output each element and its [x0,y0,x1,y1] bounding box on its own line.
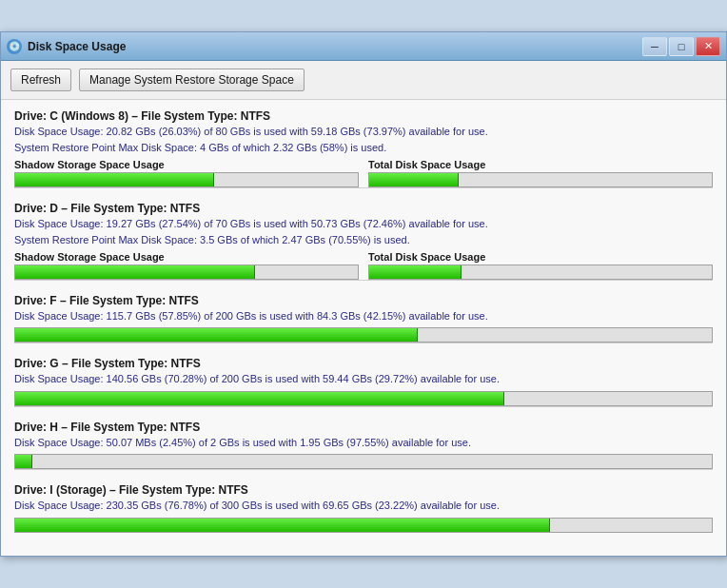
shadow-bar-label-drive-d: Shadow Storage Space Usage [14,251,359,263]
bars-row-drive-c: Shadow Storage Space UsageTotal Disk Spa… [14,159,713,187]
main-window: 💿 Disk Space Usage ─ □ ✕ Refresh Manage … [0,31,727,556]
drive-section-drive-g: Drive: G – File System Type: NTFSDisk Sp… [14,357,713,406]
drive-section-drive-h: Drive: H – File System Type: NTFSDisk Sp… [14,421,713,470]
drive-info1-drive-f: Disk Space Usage: 115.7 GBs (57.85%) of … [14,309,713,323]
title-bar-left: 💿 Disk Space Usage [7,39,126,54]
total-bar-label-drive-d: Total Disk Space Usage [368,251,713,263]
shadow-progress-bg-drive-c [14,172,359,187]
total-bar-label-drive-c: Total Disk Space Usage [368,159,713,170]
total-progress-fill-drive-d [369,265,462,279]
shadow-bar-group-drive-d: Shadow Storage Space Usage [14,251,359,280]
title-bar: 💿 Disk Space Usage ─ □ ✕ [1,32,726,61]
total-bar-group-drive-d: Total Disk Space Usage [368,251,713,280]
shadow-progress-fill-drive-d [15,265,255,279]
shadow-bar-label-drive-c: Shadow Storage Space Usage [14,159,359,170]
shadow-progress-fill-drive-c [15,173,214,186]
single-progress-bg-drive-f [14,327,713,343]
manage-storage-button[interactable]: Manage System Restore Storage Space [79,69,305,91]
total-progress-fill-drive-c [369,173,459,186]
total-progress-bg-drive-d [368,265,713,280]
separator-drive-d [14,280,713,281]
total-bar-group-drive-c: Total Disk Space Usage [368,159,713,187]
drive-info2-drive-d: System Restore Point Max Disk Space: 3.5… [14,233,713,247]
single-progress-bg-drive-h [14,454,713,469]
restore-button[interactable]: □ [669,37,694,56]
drive-section-drive-f: Drive: F – File System Type: NTFSDisk Sp… [14,294,713,343]
drive-info1-drive-d: Disk Space Usage: 19.27 GBs (27.54%) of … [14,217,713,231]
separator-drive-f [14,343,713,343]
drive-title-drive-i: Drive: I (Storage) – File System Type: N… [14,483,713,497]
separator-drive-c [14,187,713,188]
single-progress-bg-drive-g [14,391,713,406]
close-button[interactable]: ✕ [696,37,720,56]
drive-title-drive-g: Drive: G – File System Type: NTFS [14,357,713,370]
drive-title-drive-h: Drive: H – File System Type: NTFS [14,421,713,434]
single-progress-fill-drive-g [15,392,504,405]
drive-section-drive-i: Drive: I (Storage) – File System Type: N… [14,483,713,532]
toolbar: Refresh Manage System Restore Storage Sp… [1,61,726,100]
single-progress-fill-drive-f [15,328,418,342]
bars-row-drive-d: Shadow Storage Space UsageTotal Disk Spa… [14,251,713,280]
drive-info2-drive-c: System Restore Point Max Disk Space: 4 G… [14,141,713,155]
drive-section-drive-d: Drive: D – File System Type: NTFSDisk Sp… [14,202,713,281]
drive-title-drive-f: Drive: F – File System Type: NTFS [14,294,713,307]
drive-title-drive-c: Drive: C (Windows 8) – File System Type:… [14,109,713,123]
total-progress-bg-drive-c [368,172,713,187]
title-bar-controls: ─ □ ✕ [642,37,720,56]
drive-info1-drive-i: Disk Space Usage: 230.35 GBs (76.78%) of… [14,499,713,513]
drive-info1-drive-c: Disk Space Usage: 20.82 GBs (26.03%) of … [14,125,713,139]
shadow-bar-group-drive-c: Shadow Storage Space Usage [14,159,359,187]
drive-info1-drive-h: Disk Space Usage: 50.07 MBs (2.45%) of 2… [14,436,713,450]
refresh-button[interactable]: Refresh [10,69,71,91]
drive-info1-drive-g: Disk Space Usage: 140.56 GBs (70.28%) of… [14,372,713,386]
shadow-progress-bg-drive-d [14,265,359,280]
drive-title-drive-d: Drive: D – File System Type: NTFS [14,202,713,215]
window-title: Disk Space Usage [28,40,126,53]
minimize-button[interactable]: ─ [642,37,667,56]
separator-drive-g [14,406,713,407]
single-progress-fill-drive-h [15,455,32,468]
app-icon: 💿 [7,39,22,54]
separator-drive-h [14,469,713,470]
drive-section-drive-c: Drive: C (Windows 8) – File System Type:… [14,109,713,188]
single-progress-bg-drive-i [14,518,713,533]
content-area: Drive: C (Windows 8) – File System Type:… [1,100,726,555]
single-progress-fill-drive-i [15,519,550,532]
